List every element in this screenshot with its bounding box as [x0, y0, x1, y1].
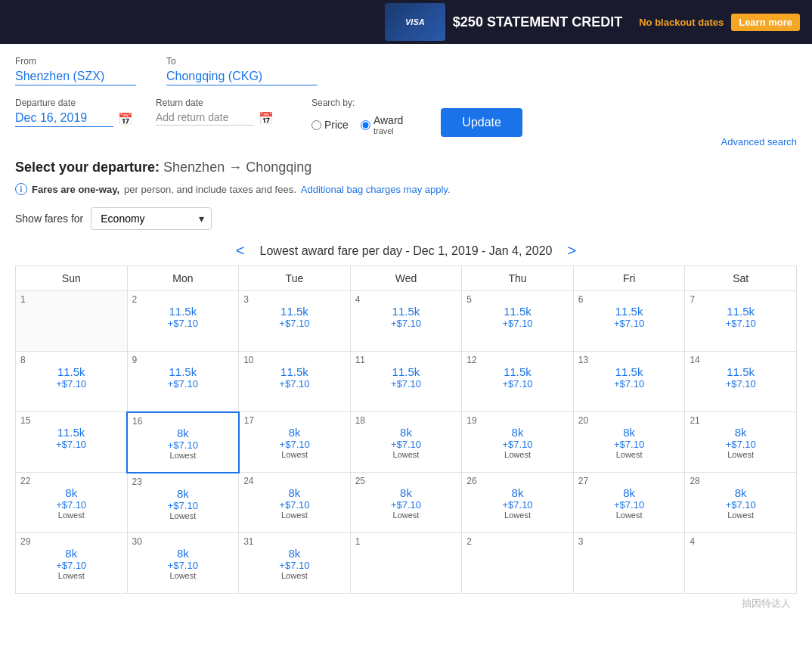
- learn-more-button[interactable]: Learn more: [731, 14, 800, 31]
- departure-header: Select your departure: Shenzhen → Chongq…: [15, 160, 797, 175]
- fare-amount: 8k: [20, 486, 122, 499]
- award-label-wrap: Award travel: [373, 114, 403, 135]
- fare-tag: Lowest: [466, 511, 569, 520]
- award-radio[interactable]: [361, 120, 370, 130]
- calendar-cell[interactable]: 218k+$7.10Lowest: [685, 412, 797, 473]
- calendar-cell[interactable]: 318k+$7.10Lowest: [239, 533, 351, 594]
- calendar-cell[interactable]: 1111.5k+$7.10: [350, 352, 462, 412]
- fare-amount: 8k: [466, 426, 569, 439]
- calendar-cell[interactable]: 298k+$7.10Lowest: [16, 533, 128, 594]
- fare-tag: Lowest: [132, 511, 234, 520]
- fare-tag: Lowest: [20, 571, 122, 580]
- calendar-title: Lowest award fare per day - Dec 1, 2019 …: [260, 244, 553, 258]
- fare-tag: Lowest: [355, 511, 457, 520]
- fare-tax: +$7.10: [132, 439, 234, 451]
- calendar-cell[interactable]: 1311.5k+$7.10: [573, 352, 685, 412]
- prev-month-button[interactable]: <: [236, 242, 245, 259]
- calendar-cell[interactable]: 1411.5k+$7.10: [685, 352, 797, 412]
- calendar-cell[interactable]: 248k+$7.10Lowest: [239, 473, 351, 533]
- calendar-cell[interactable]: 178k+$7.10Lowest: [239, 412, 351, 473]
- calendar-cell[interactable]: 1011.5k+$7.10: [239, 352, 351, 412]
- calendar-cell[interactable]: 238k+$7.10Lowest: [127, 473, 239, 533]
- fare-amount: 11.5k: [690, 365, 792, 378]
- advanced-search-link[interactable]: Advanced search: [721, 136, 797, 147]
- calendar-cell[interactable]: 168k+$7.10Lowest: [127, 412, 239, 473]
- fare-amount: 11.5k: [690, 305, 792, 318]
- fare-tax: +$7.10: [690, 439, 792, 450]
- fares-select[interactable]: Economy Business First: [91, 207, 212, 230]
- fares-for-row: Show fares for Economy Business First: [15, 207, 797, 230]
- bag-charges-link[interactable]: Additional bag charges may apply.: [301, 184, 451, 195]
- calendar-week-4: 298k+$7.10Lowest308k+$7.10Lowest318k+$7.…: [16, 533, 797, 594]
- update-button[interactable]: Update: [441, 108, 522, 137]
- return-label: Return date: [156, 98, 274, 108]
- calendar-cell[interactable]: 511.5k+$7.10: [462, 291, 574, 352]
- fare-tag: Lowest: [20, 511, 122, 520]
- to-value[interactable]: Chongqing (CKG): [166, 70, 318, 85]
- departure-calendar-icon[interactable]: 📅: [118, 112, 133, 126]
- calendar-cell: 1: [16, 291, 128, 352]
- return-placeholder[interactable]: Add return date: [156, 111, 254, 126]
- day-number: 2: [466, 536, 569, 547]
- calendar-cell[interactable]: 198k+$7.10Lowest: [462, 412, 574, 473]
- fare-tax: +$7.10: [243, 318, 346, 329]
- price-radio[interactable]: [311, 120, 321, 130]
- day-number: 4: [355, 294, 457, 305]
- calendar-cell[interactable]: 278k+$7.10Lowest: [573, 473, 685, 533]
- calendar-cell[interactable]: 4: [685, 533, 797, 594]
- calendar-cell[interactable]: 288k+$7.10Lowest: [685, 473, 797, 533]
- next-month-button[interactable]: >: [567, 242, 576, 259]
- calendar-cell[interactable]: 2: [462, 533, 574, 594]
- fare-tax: +$7.10: [466, 499, 569, 511]
- calendar-cell[interactable]: 268k+$7.10Lowest: [462, 473, 574, 533]
- fares-select-wrapper[interactable]: Economy Business First: [91, 207, 212, 230]
- day-number: 3: [578, 536, 680, 547]
- departure-value[interactable]: Dec 16, 2019: [15, 111, 113, 127]
- to-label: To: [166, 56, 318, 67]
- price-radio-option[interactable]: Price: [311, 119, 349, 131]
- calendar-cell[interactable]: 1: [350, 533, 462, 594]
- calendar-cell[interactable]: 258k+$7.10Lowest: [350, 473, 462, 533]
- calendar-cell[interactable]: 811.5k+$7.10: [16, 352, 128, 412]
- fare-tag: Lowest: [578, 450, 680, 459]
- fare-tax: +$7.10: [466, 378, 569, 390]
- calendar-cell[interactable]: 611.5k+$7.10: [573, 291, 685, 352]
- calendar-cell[interactable]: 211.5k+$7.10: [127, 291, 239, 352]
- dates-search-row: Departure date Dec 16, 2019 📅 Return dat…: [15, 98, 797, 137]
- calendar-cell[interactable]: 1511.5k+$7.10: [16, 412, 128, 473]
- calendar-cell[interactable]: 3: [573, 533, 685, 594]
- calendar-cell[interactable]: 311.5k+$7.10: [239, 291, 351, 352]
- calendar-cell[interactable]: 711.5k+$7.10: [685, 291, 797, 352]
- day-number: 13: [578, 355, 680, 365]
- fare-tag: Lowest: [690, 511, 792, 520]
- main-content: From Shenzhen (SZX) To Chongqing (CKG) D…: [0, 44, 812, 626]
- calendar-cell[interactable]: 411.5k+$7.10: [350, 291, 462, 352]
- col-sat: Sat: [685, 266, 797, 291]
- fare-tax: +$7.10: [355, 318, 457, 329]
- fare-tax: +$7.10: [578, 318, 680, 329]
- calendar-cell[interactable]: 1211.5k+$7.10: [462, 352, 574, 412]
- from-value[interactable]: Shenzhen (SZX): [15, 70, 136, 85]
- day-number: 25: [355, 476, 457, 486]
- fare-amount: 11.5k: [466, 365, 569, 378]
- no-blackout-text: No blackout dates: [639, 17, 724, 28]
- day-number: 8: [20, 355, 122, 365]
- fares-for-label: Show fares for: [15, 213, 83, 225]
- award-radio-option[interactable]: Award travel: [361, 114, 403, 135]
- fare-amount: 8k: [243, 547, 346, 560]
- day-number: 6: [578, 294, 680, 305]
- return-calendar-icon[interactable]: 📅: [259, 111, 274, 126]
- fare-tax: +$7.10: [132, 500, 234, 511]
- award-text: Award: [373, 114, 403, 126]
- departure-label: Departure date: [15, 98, 133, 108]
- from-label: From: [15, 56, 136, 67]
- fare-tag: Lowest: [578, 511, 680, 520]
- calendar-cell[interactable]: 911.5k+$7.10: [127, 352, 239, 412]
- fare-amount: 8k: [132, 547, 234, 560]
- banner-content: $250 STATEMENT CREDIT No blackout dates …: [453, 14, 800, 31]
- calendar-cell[interactable]: 188k+$7.10Lowest: [350, 412, 462, 473]
- calendar-cell[interactable]: 228k+$7.10Lowest: [16, 473, 128, 533]
- from-to-section: From Shenzhen (SZX) To Chongqing (CKG): [15, 56, 318, 85]
- calendar-cell[interactable]: 308k+$7.10Lowest: [127, 533, 239, 594]
- calendar-cell[interactable]: 208k+$7.10Lowest: [573, 412, 685, 473]
